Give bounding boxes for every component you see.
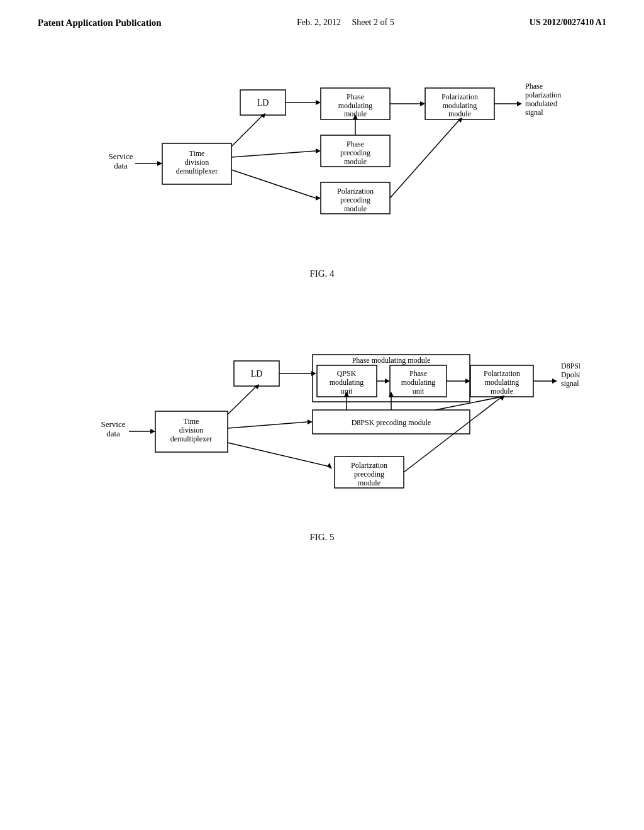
fig5-pol-mod-t2: modulating xyxy=(485,378,519,387)
fig5-d8psk-pre-label: D8PSK precoding module xyxy=(352,418,431,427)
fig5-time-div-t3: demultiplexer xyxy=(170,434,213,443)
svg-line-38 xyxy=(435,397,502,410)
fig5-phase-mod-module-label: Phase modulating module xyxy=(352,356,431,365)
fig4-pol-mod-t3: module xyxy=(448,109,471,118)
svg-line-32 xyxy=(228,443,330,467)
svg-line-10 xyxy=(231,151,316,157)
svg-marker-19 xyxy=(150,429,155,434)
svg-marker-21 xyxy=(311,371,316,376)
svg-marker-33 xyxy=(327,463,332,469)
svg-marker-3 xyxy=(316,100,321,105)
header-center: Feb. 2, 2012 Sheet 2 of 5 xyxy=(297,18,394,28)
fig5-service-data-2: data xyxy=(106,429,120,438)
fig5-pol-pre-t3: module xyxy=(358,479,380,487)
fig5-phase-unit-t3: unit xyxy=(413,387,425,396)
fig4-label: FIG. 4 xyxy=(309,268,334,279)
fig4-phase-mod-t1: Phase xyxy=(347,92,364,101)
fig4-diagram: Service data Time division demultiplexer… xyxy=(64,47,580,261)
fig5-pol-mod-t3: module xyxy=(491,387,513,396)
fig4-phase-mod-t2: modulating xyxy=(338,101,373,110)
fig5-output-t2: Dpolsk xyxy=(561,370,580,379)
patent-number-label: US 2012/0027410 A1 xyxy=(530,18,606,27)
fig5-output-t3: signal xyxy=(561,379,579,388)
fig5-time-div-t1: Time xyxy=(184,417,199,426)
fig4-pol-pre-t2: precoding xyxy=(340,196,370,204)
fig4-phase-pre-t1: Phase xyxy=(347,140,364,148)
svg-marker-7 xyxy=(517,101,522,106)
svg-marker-27 xyxy=(552,379,557,384)
fig4-phase-pre-t2: precoding xyxy=(340,148,370,157)
svg-line-28 xyxy=(228,386,257,414)
fig5-time-div-t2: division xyxy=(179,426,204,434)
svg-line-8 xyxy=(231,115,263,147)
fig4-output-t1: Phase xyxy=(525,82,543,91)
fig5-output-t1: D8PSK- xyxy=(561,362,580,370)
fig5-phase-unit-t1: Phase xyxy=(409,369,427,378)
main-content: Service data Time division demultiplexer… xyxy=(0,35,644,574)
fig5-ld-label: LD xyxy=(251,369,263,379)
date-label: Feb. 2, 2012 xyxy=(297,18,341,27)
svg-marker-5 xyxy=(420,101,425,106)
fig4-ld-label: LD xyxy=(257,98,269,108)
fig4-time-div-t1: Time xyxy=(189,149,205,158)
svg-line-30 xyxy=(228,422,308,428)
fig5-phase-unit-t2: modulating xyxy=(401,378,436,387)
svg-marker-1 xyxy=(157,161,162,166)
figure-5: Service data Time division demultiplexer… xyxy=(38,298,606,543)
sheet-label: Sheet 2 of 5 xyxy=(352,18,394,27)
fig4-service-data: Service xyxy=(109,152,133,161)
svg-line-16 xyxy=(390,119,460,198)
fig5-qpsk-t2: modulating xyxy=(330,378,364,387)
fig4-time-div-t2: division xyxy=(185,158,209,167)
publication-label: Patent Application Publication xyxy=(38,18,162,28)
fig4-pol-mod-t2: modulating xyxy=(443,101,477,110)
fig5-service-data-1: Service xyxy=(101,419,126,429)
fig4-pol-pre-t1: Polarization xyxy=(337,187,374,196)
svg-marker-29 xyxy=(254,384,259,389)
fig4-pol-pre-t3: module xyxy=(344,204,367,213)
fig4-time-div-t3: demultiplexer xyxy=(176,167,218,175)
fig5-pol-pre-t2: precoding xyxy=(354,470,384,479)
fig4-output-t2: polarization xyxy=(525,91,561,99)
svg-marker-37 xyxy=(389,392,394,397)
header-left: Patent Application Publication xyxy=(38,18,162,28)
fig4-phase-pre-t3: module xyxy=(344,157,367,166)
fig5-label: FIG. 5 xyxy=(309,532,334,543)
fig4-output-t3: modulated xyxy=(525,99,557,108)
svg-marker-31 xyxy=(308,419,313,424)
fig5-pol-mod-t1: Polarization xyxy=(484,369,520,378)
page-header: Patent Application Publication Feb. 2, 2… xyxy=(0,0,644,35)
fig4-output-t4: signal xyxy=(525,108,543,117)
svg-marker-11 xyxy=(316,148,321,153)
header-right: US 2012/0027410 A1 xyxy=(530,18,606,28)
fig4-pol-mod-t1: Polarization xyxy=(441,92,478,101)
svg-marker-23 xyxy=(385,379,390,384)
figure-4: Service data Time division demultiplexer… xyxy=(38,47,606,279)
fig4-service-data-2: data xyxy=(114,161,128,170)
fig5-pol-pre-t1: Polarization xyxy=(351,461,387,470)
svg-line-12 xyxy=(231,170,316,198)
fig5-qpsk-t1: QPSK xyxy=(337,369,357,378)
svg-marker-13 xyxy=(316,196,321,201)
fig5-diagram: Service data Time division demultiplexer… xyxy=(64,298,580,524)
svg-line-40 xyxy=(404,397,502,472)
